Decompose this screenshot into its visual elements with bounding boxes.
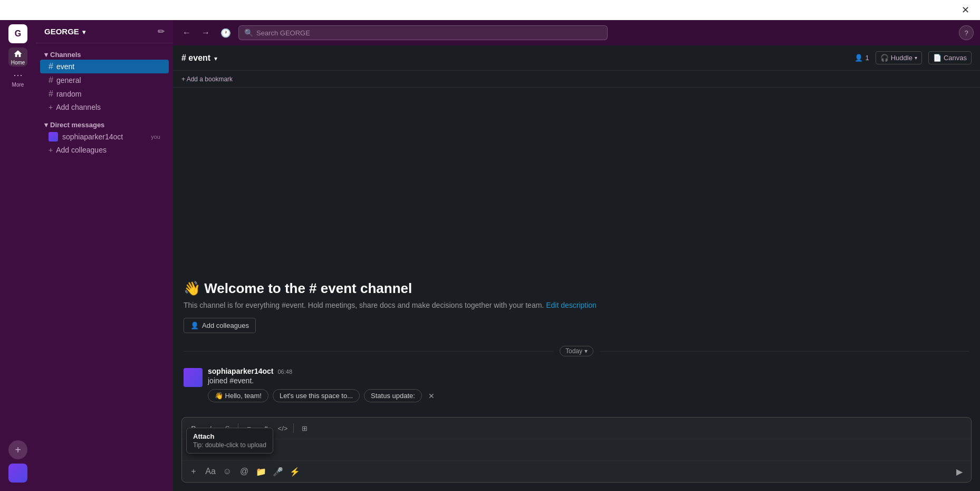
message-content: sophiaparker14oct 06:48 joined #event. 👋… [208, 367, 969, 402]
voice-button[interactable]: 🎤 [271, 464, 285, 479]
search-bar[interactable]: 🔍 Search GEORGE [238, 25, 608, 40]
user-avatar[interactable] [8, 464, 27, 483]
plus-icon: + [49, 103, 53, 111]
channels-arrow: ▾ [44, 51, 48, 59]
channel-name[interactable]: # event ▾ [181, 53, 217, 63]
dm-arrow: ▾ [44, 121, 48, 129]
folder-button[interactable]: 📁 [254, 464, 268, 479]
add-bookmark-button[interactable]: + Add a bookmark [181, 75, 233, 83]
person-plus-icon: 👤 [190, 322, 199, 329]
message: sophiaparker14oct 06:48 joined #event. 👋… [184, 365, 969, 404]
workspace-name[interactable]: GEORGE ▾ [44, 27, 85, 36]
sidebar-header: GEORGE ▾ ✏ [36, 20, 173, 43]
edit-icon[interactable]: ✏ [158, 26, 165, 36]
dm-you-label: you [151, 134, 160, 140]
date-divider: Today ▾ [184, 342, 969, 361]
more-label: More [12, 82, 24, 88]
quick-reply-2[interactable]: Let's use this space to... [273, 389, 360, 402]
welcome-description: This channel is for everything #event. H… [184, 301, 969, 309]
composer-input[interactable] [182, 439, 971, 460]
hash-icon: # [49, 75, 53, 85]
headphone-icon: 🎧 [880, 54, 889, 62]
dm-label: Direct messages [50, 121, 104, 129]
plus-icon: + [49, 146, 53, 154]
dm-section-header[interactable]: ▾ Direct messages [36, 118, 173, 130]
title-bar: ✕ [0, 0, 980, 20]
channel-actions: 👤 1 🎧 Huddle ▾ 📄 Canvas [854, 51, 972, 64]
quick-replies: 👋 Hello, team! Let's use this space to..… [208, 389, 969, 402]
sidebar: GEORGE ▾ ✏ ▾ Channels # event # general … [36, 20, 173, 491]
text-format-button[interactable]: Aa [203, 464, 218, 479]
history-button[interactable]: 🕐 [217, 26, 234, 40]
icon-bar-bottom: + [8, 440, 27, 487]
hash-icon: # [49, 62, 53, 71]
forward-button[interactable]: → [198, 26, 213, 40]
hash-icon: # [49, 89, 53, 99]
welcome-section: 👋 Welcome to the # event channel This ch… [184, 280, 969, 342]
divider-line-left [184, 351, 553, 352]
help-button[interactable]: ? [959, 25, 974, 40]
icon-bar: G Home ⋯ More + [0, 20, 36, 491]
message-author: sophiaparker14oct [208, 367, 274, 375]
dm-avatar [49, 132, 58, 141]
topbar: ← → 🕐 🔍 Search GEORGE ? [173, 20, 980, 45]
edit-description-link[interactable]: Edit description [546, 301, 597, 309]
huddle-button[interactable]: 🎧 Huddle ▾ [876, 51, 922, 64]
message-avatar [184, 368, 203, 387]
wave-emoji: 👋 [184, 280, 200, 296]
composer-toolbar: B I S ≡ ❝ </> ⊞ [182, 418, 971, 439]
quick-reply-1[interactable]: 👋 Hello, team! [208, 389, 268, 402]
send-button[interactable]: ▶ [952, 464, 967, 479]
channels-section-header[interactable]: ▾ Channels [36, 48, 173, 60]
mention-button[interactable]: @ [237, 464, 252, 479]
message-meta: sophiaparker14oct 06:48 [208, 367, 969, 375]
tooltip-title: Attach [193, 432, 266, 440]
search-icon: 🔍 [244, 29, 253, 37]
add-channel-button[interactable]: + Add channels [40, 101, 169, 114]
bookmark-bar: + Add a bookmark [173, 71, 980, 88]
channel-header: # event ▾ 👤 1 🎧 Huddle ▾ 📄 Canvas [173, 45, 980, 71]
more-nav-item[interactable]: ⋯ More [8, 69, 27, 88]
add-button[interactable]: + [186, 464, 201, 479]
code-button[interactable]: </> [275, 421, 290, 436]
composer: B I S ≡ ❝ </> ⊞ + Attach Ti [173, 413, 980, 491]
add-colleagues-sidebar-button[interactable]: + Add colleagues [40, 144, 169, 156]
search-placeholder: Search GEORGE [256, 29, 310, 37]
back-button[interactable]: ← [179, 26, 194, 40]
composer-box: B I S ≡ ❝ </> ⊞ + Attach Ti [181, 417, 972, 483]
attach-tooltip-container: + Attach Tip: double-click to upload [186, 464, 201, 479]
quick-reply-3[interactable]: Status update: [364, 389, 422, 402]
sidebar-item-general[interactable]: # general [40, 73, 169, 87]
main-content: ← → 🕐 🔍 Search GEORGE ? # event ▾ 👤 1 � [173, 20, 980, 491]
emoji-button[interactable]: ☺ [220, 464, 235, 479]
home-nav-item[interactable]: Home [8, 48, 27, 67]
sidebar-item-random[interactable]: # random [40, 87, 169, 101]
messages-area[interactable]: 👋 Welcome to the # event channel This ch… [173, 88, 980, 413]
app-container: G Home ⋯ More + GEORGE ▾ ✏ ▾ Channels [0, 20, 980, 491]
lightning-button[interactable]: ⚡ [287, 464, 302, 479]
tooltip-subtitle: Tip: double-click to upload [193, 441, 266, 449]
member-count[interactable]: 👤 1 [854, 54, 869, 62]
home-label: Home [11, 60, 25, 65]
message-time: 06:48 [278, 369, 293, 375]
add-colleagues-button[interactable]: 👤 Add colleagues [184, 318, 256, 333]
workspace-avatar[interactable]: G [8, 24, 27, 43]
toolbar-divider-2 [293, 423, 294, 433]
close-button[interactable]: ✕ [957, 2, 974, 18]
channels-label: Channels [50, 51, 81, 59]
dm-item-sophia[interactable]: sophiaparker14oct you [40, 130, 169, 144]
welcome-title: 👋 Welcome to the # event channel [184, 280, 969, 297]
divider-line-right [600, 351, 969, 352]
dm-name: sophiaparker14oct [62, 133, 147, 141]
dismiss-quick-replies-button[interactable]: ✕ [426, 389, 435, 402]
composer-actions: + Attach Tip: double-click to upload Aa … [182, 460, 971, 482]
attach-tooltip: Attach Tip: double-click to upload [186, 428, 273, 454]
message-text: joined #event. [208, 376, 969, 385]
canvas-icon: 📄 [933, 54, 941, 62]
more-formatting-button[interactable]: ⊞ [297, 421, 312, 436]
canvas-button[interactable]: 📄 Canvas [928, 51, 972, 64]
add-workspace-button[interactable]: + [8, 440, 27, 459]
sidebar-item-event[interactable]: # event [40, 60, 169, 73]
person-icon: 👤 [854, 54, 863, 62]
date-pill[interactable]: Today ▾ [560, 346, 593, 356]
